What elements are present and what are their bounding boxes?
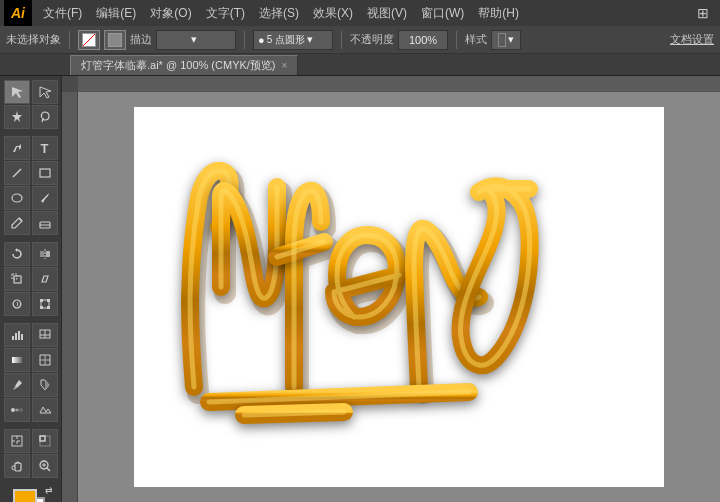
svg-rect-1 [40,169,50,177]
toolbar: T [0,76,62,502]
swap-colors-icon[interactable]: ⇄ [45,485,53,495]
opacity-input[interactable] [398,30,448,50]
tab-bar: 灯管字体临摹.ai* @ 100% (CMYK/预览) × [0,54,720,76]
menu-window[interactable]: 窗口(W) [414,0,471,26]
menu-effect[interactable]: 效果(X) [306,0,360,26]
tool-line[interactable] [4,161,30,185]
tool-magic-wand[interactable] [4,105,30,129]
tool-row-eyedropper [2,373,60,397]
font-settings-label[interactable]: 文档设置 [670,32,714,47]
workspace-toggle[interactable]: ⊞ [690,0,716,26]
tool-select[interactable] [4,80,30,104]
tool-slice[interactable] [4,429,30,453]
tool-reflect[interactable] [32,242,58,266]
svg-rect-12 [40,306,43,309]
tool-row-select [2,80,60,104]
tool-row-gradient [2,348,60,372]
tool-paint-bucket[interactable] [32,373,58,397]
tool-warp[interactable] [4,292,30,316]
tool-row-hand [2,454,60,478]
ruler-corner [62,76,78,92]
tool-row-graph [2,323,60,347]
menu-edit[interactable]: 编辑(E) [89,0,143,26]
horizontal-ruler: // tick marks via CSS only [62,76,720,92]
tool-gradient[interactable] [4,348,30,372]
point-shape-arrow: ▾ [307,33,313,46]
stroke-width-value [161,34,189,46]
style-label: 样式 [465,32,487,47]
tool-column-graph[interactable] [32,323,58,347]
tool-row-rotate [2,242,60,266]
tool-row-magic [2,105,60,129]
tool-row-slice [2,429,60,453]
tool-row-blend [2,398,60,422]
options-bar: 未选择对象 描边 ▾ ● 5 点圆形 ▾ 不透明度 样式 ▾ 文档设置 [0,26,720,54]
tab-close-button[interactable]: × [282,60,288,71]
svg-rect-16 [18,331,20,340]
menu-type[interactable]: 文字(T) [199,0,252,26]
tool-row-scale [2,267,60,291]
tool-zoom[interactable] [32,454,58,478]
tool-ellipse[interactable] [4,186,30,210]
svg-point-21 [19,408,23,412]
tool-rect[interactable] [32,161,58,185]
stroke-width-dropdown[interactable]: ▾ [156,30,236,50]
svg-rect-19 [12,357,22,363]
point-shape-value: 5 点圆形 [267,33,305,47]
tool-free-transform[interactable] [32,292,58,316]
tool-auto-trace[interactable] [32,398,58,422]
main-area: T [0,76,720,502]
stroke-fill-icon[interactable] [78,30,100,50]
svg-point-2 [12,194,22,202]
stroke-swatch-icon [108,33,122,47]
tool-row-warp [2,292,60,316]
tool-lasso[interactable] [32,105,58,129]
lettering-artwork: .tube-letter { fill: none; stroke: url(#… [149,137,649,457]
tool-row-pen: T [2,136,60,160]
point-shape-dropdown[interactable]: ● 5 点圆形 ▾ [253,30,333,50]
tool-pencil[interactable] [4,211,30,235]
no-selection-label: 未选择对象 [6,32,61,47]
canvas-area: // tick marks via CSS only [62,76,720,502]
tool-graph[interactable] [4,323,30,347]
tool-scale[interactable] [4,267,30,291]
menu-object[interactable]: 对象(O) [143,0,198,26]
svg-rect-10 [40,299,43,302]
stroke-swatch-box[interactable] [104,30,126,50]
tool-blend[interactable] [4,398,30,422]
divider-2 [244,31,245,49]
tool-brush[interactable] [32,186,58,210]
tool-shear[interactable] [32,267,58,291]
menu-file[interactable]: 文件(F) [36,0,89,26]
fill-color-swatch[interactable] [13,489,37,502]
color-section: ⇄ ■ [2,485,60,502]
tool-pen[interactable] [4,136,30,160]
type-icon: T [41,141,49,156]
color-swatches[interactable]: ⇄ ■ [9,485,53,502]
svg-rect-4 [40,251,44,257]
ai-logo: Ai [4,0,32,26]
tool-slice-select[interactable] [32,429,58,453]
document-tab[interactable]: 灯管字体临摹.ai* @ 100% (CMYK/预览) × [70,55,298,75]
divider-3 [341,31,342,49]
document-canvas: .tube-letter { fill: none; stroke: url(#… [134,107,664,487]
style-dropdown[interactable]: ▾ [491,30,521,50]
svg-rect-15 [15,333,17,340]
tool-type[interactable]: T [32,136,58,160]
tool-eraser[interactable] [32,211,58,235]
tool-mesh[interactable] [32,348,58,372]
svg-rect-24 [40,436,45,441]
tool-rotate[interactable] [4,242,30,266]
opacity-label: 不透明度 [350,32,394,47]
menu-help[interactable]: 帮助(H) [471,0,526,26]
tool-hand[interactable] [4,454,30,478]
svg-line-0 [13,169,21,177]
menu-view[interactable]: 视图(V) [360,0,414,26]
menu-bar: Ai 文件(F) 编辑(E) 对象(O) 文字(T) 选择(S) 效果(X) 视… [0,0,720,26]
tool-direct-select[interactable] [32,80,58,104]
tool-eyedropper[interactable] [4,373,30,397]
style-swatch [498,33,506,47]
tab-name: 灯管字体临摹.ai* @ 100% (CMYK/预览) [81,58,276,73]
svg-rect-5 [46,251,50,257]
menu-select[interactable]: 选择(S) [252,0,306,26]
